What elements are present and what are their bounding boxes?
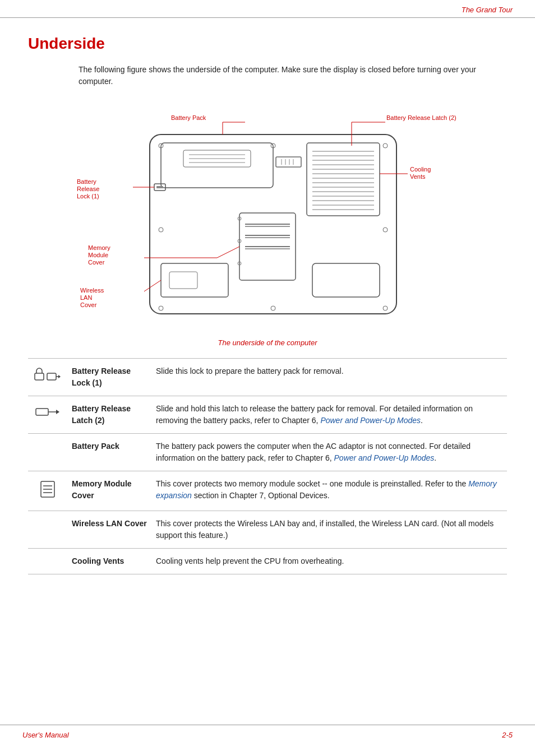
power-modes-link-2[interactable]: Power and Power-Up Modes	[334, 453, 435, 462]
svg-rect-22	[156, 186, 163, 188]
power-modes-link-1[interactable]: Power and Power-Up Modes	[320, 416, 421, 425]
feature-name: Battery Pack	[67, 434, 151, 471]
icon-cell	[28, 549, 67, 574]
battery-release-lock-label: Battery Release Lock (1)	[72, 367, 131, 387]
feature-table: Battery Release Lock (1) Slide this lock…	[28, 358, 507, 574]
svg-text:Cover: Cover	[80, 302, 97, 308]
svg-rect-31	[169, 272, 197, 289]
diagram-caption: The underside of the computer	[28, 338, 507, 347]
page-title: Underside	[28, 35, 507, 53]
underside-diagram: Battery Pack Battery Release Latch (2) B…	[71, 101, 464, 336]
footer-right: 2-5	[502, 731, 513, 739]
svg-text:Battery: Battery	[77, 178, 96, 185]
svg-point-38	[271, 306, 275, 310]
svg-text:Module: Module	[88, 252, 108, 258]
icon-cell	[28, 511, 67, 549]
svg-rect-1	[161, 143, 273, 188]
svg-rect-44	[276, 157, 301, 167]
cooling-vents-label: Cooling Vents	[72, 556, 124, 565]
battery-lock-icon	[34, 365, 62, 382]
svg-point-36	[383, 306, 388, 310]
svg-text:Battery Pack: Battery Pack	[171, 114, 206, 121]
memory-module-label: Memory Module Cover	[72, 479, 132, 500]
wireless-lan-label: Wireless LAN Cover	[72, 519, 147, 528]
table-row: Wireless LAN Cover This cover protects t…	[28, 511, 507, 549]
svg-text:Memory: Memory	[88, 244, 110, 251]
svg-rect-30	[161, 263, 228, 297]
svg-text:Cover: Cover	[88, 259, 105, 266]
svg-text:Vents: Vents	[410, 173, 426, 180]
battery-latch-icon	[34, 403, 62, 420]
header-title: The Grand Tour	[462, 6, 513, 14]
icon-cell	[28, 434, 67, 471]
icon-cell	[28, 359, 67, 396]
feature-desc: Slide and hold this latch to release the…	[151, 396, 507, 434]
feature-desc: Slide this lock to prepare the battery p…	[151, 359, 507, 396]
svg-marker-77	[56, 410, 59, 414]
svg-point-34	[383, 143, 388, 148]
svg-text:Cooling: Cooling	[410, 166, 431, 173]
svg-point-35	[159, 306, 163, 310]
svg-text:Wireless: Wireless	[80, 287, 104, 294]
icon-cell	[28, 396, 67, 434]
svg-point-39	[159, 228, 163, 232]
svg-marker-74	[58, 375, 61, 378]
svg-rect-72	[47, 373, 56, 380]
table-row: Battery Release Latch (2) Slide and hold…	[28, 396, 507, 434]
feature-desc: The battery pack powers the computer whe…	[151, 434, 507, 471]
feature-name: Battery Release Lock (1)	[67, 359, 151, 396]
feature-name: Cooling Vents	[67, 549, 151, 574]
svg-text:Lock (1): Lock (1)	[77, 193, 99, 200]
table-row: Battery Pack The battery pack powers the…	[28, 434, 507, 471]
svg-rect-75	[36, 409, 48, 415]
footer-left: User's Manual	[22, 731, 69, 739]
table-row: Memory Module Cover This cover protects …	[28, 471, 507, 511]
feature-name: Battery Release Latch (2)	[67, 396, 151, 434]
page-header: The Grand Tour	[0, 0, 535, 18]
svg-point-40	[383, 228, 388, 232]
page-footer: User's Manual 2-5	[0, 725, 535, 745]
svg-line-59	[217, 247, 239, 258]
intro-text: The following figure shows the underside…	[79, 64, 507, 87]
feature-name: Wireless LAN Cover	[67, 511, 151, 549]
svg-text:Release: Release	[77, 185, 99, 192]
memory-module-icon	[36, 478, 59, 500]
battery-release-latch-label: Battery Release Latch (2)	[72, 404, 131, 425]
svg-text:LAN: LAN	[80, 294, 92, 301]
svg-rect-32	[312, 263, 380, 297]
table-row: Battery Release Lock (1) Slide this lock…	[28, 359, 507, 396]
table-row: Cooling Vents Cooling vents help prevent…	[28, 549, 507, 574]
battery-pack-label: Battery Pack	[72, 442, 119, 451]
feature-desc: This cover protects the Wireless LAN bay…	[151, 511, 507, 549]
icon-cell	[28, 471, 67, 511]
memory-expansion-link[interactable]: Memory expansion	[156, 479, 497, 500]
svg-rect-71	[35, 373, 44, 380]
diagram-container: Battery Pack Battery Release Latch (2) B…	[28, 101, 507, 347]
main-content: Underside The following figure shows the…	[0, 18, 535, 591]
feature-desc: Cooling vents help prevent the CPU from …	[151, 549, 507, 574]
svg-text:Battery Release Latch (2): Battery Release Latch (2)	[386, 114, 456, 121]
feature-desc: This cover protects two memory module so…	[151, 471, 507, 511]
svg-line-64	[144, 280, 161, 291]
feature-name: Memory Module Cover	[67, 471, 151, 511]
diagram-wrapper: Battery Pack Battery Release Latch (2) B…	[28, 101, 507, 336]
